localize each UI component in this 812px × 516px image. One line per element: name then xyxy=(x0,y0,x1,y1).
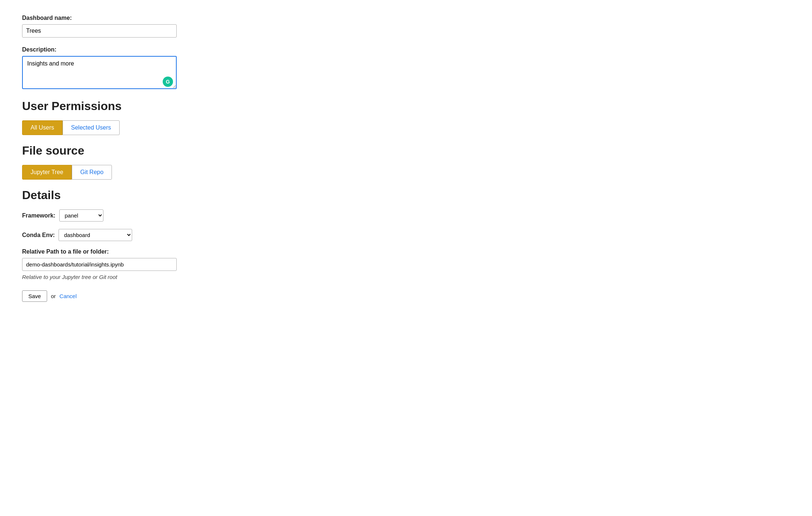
user-permissions-section: User Permissions All Users Selected User… xyxy=(22,99,243,135)
grammarly-icon: G xyxy=(163,77,173,87)
file-source-btn-group: Jupyter Tree Git Repo xyxy=(22,165,243,180)
framework-row: Framework: panel voila streamlit plotly … xyxy=(22,209,243,222)
path-hint: Relative to your Jupyter tree or Git roo… xyxy=(22,274,243,280)
all-users-button[interactable]: All Users xyxy=(22,120,63,135)
conda-env-row: Conda Env: dashboard base custom xyxy=(22,229,243,241)
selected-users-button[interactable]: Selected Users xyxy=(63,120,120,135)
file-source-heading: File source xyxy=(22,144,243,158)
framework-select[interactable]: panel voila streamlit plotly dash xyxy=(59,209,103,222)
conda-env-select[interactable]: dashboard base custom xyxy=(59,229,132,241)
jupyter-tree-button[interactable]: Jupyter Tree xyxy=(22,165,72,180)
git-repo-button[interactable]: Git Repo xyxy=(72,165,112,180)
or-text: or xyxy=(51,293,56,299)
user-permissions-heading: User Permissions xyxy=(22,99,243,113)
cancel-button[interactable]: Cancel xyxy=(60,293,77,299)
details-heading: Details xyxy=(22,188,243,202)
description-textarea[interactable]: Insights and more xyxy=(22,56,177,89)
conda-env-label: Conda Env: xyxy=(22,232,55,238)
form-container: Dashboard name: Description: Insights an… xyxy=(22,15,243,302)
path-input[interactable] xyxy=(22,258,177,271)
dashboard-name-input[interactable] xyxy=(22,24,177,38)
path-group: Relative Path to a file or folder: Relat… xyxy=(22,248,243,280)
dashboard-name-group: Dashboard name: xyxy=(22,15,243,38)
user-permissions-btn-group: All Users Selected Users xyxy=(22,120,243,135)
framework-label: Framework: xyxy=(22,212,56,219)
details-section: Details Framework: panel voila streamlit… xyxy=(22,188,243,280)
save-button[interactable]: Save xyxy=(22,290,47,302)
file-source-section: File source Jupyter Tree Git Repo xyxy=(22,144,243,180)
description-group: Description: Insights and more G xyxy=(22,46,243,91)
textarea-wrapper: Insights and more G xyxy=(22,56,177,91)
action-row: Save or Cancel xyxy=(22,290,243,302)
description-label: Description: xyxy=(22,46,243,53)
dashboard-name-label: Dashboard name: xyxy=(22,15,243,21)
path-label: Relative Path to a file or folder: xyxy=(22,248,243,255)
